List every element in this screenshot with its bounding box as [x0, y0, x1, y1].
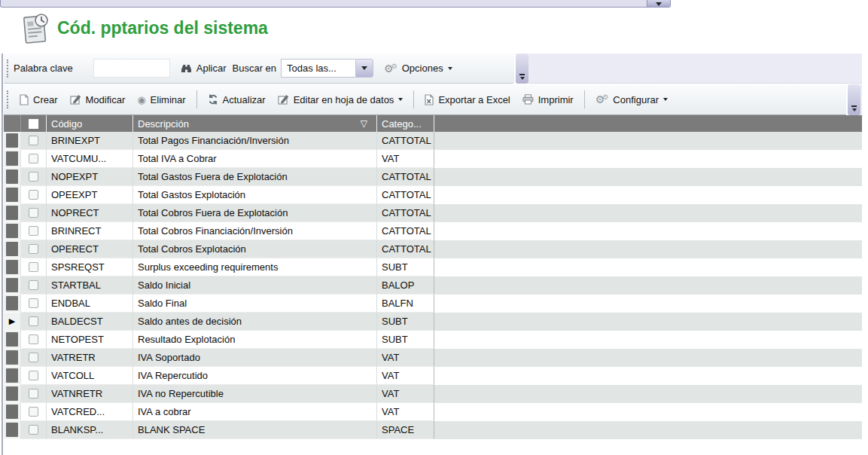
keyword-input[interactable]	[93, 59, 170, 78]
category-cell[interactable]: VAT	[377, 150, 434, 168]
description-cell[interactable]: IVA Soportado	[133, 349, 377, 367]
description-cell[interactable]: IVA Repercutido	[133, 367, 377, 385]
category-cell[interactable]: VAT	[377, 367, 434, 385]
top-combobox-dropdown-button[interactable]	[647, 0, 670, 7]
row-selector-gutter[interactable]: ▶	[4, 222, 21, 240]
row-selector-gutter[interactable]: ▶	[4, 258, 21, 276]
row-checkbox-cell[interactable]	[21, 276, 47, 295]
row-checkbox[interactable]	[29, 226, 38, 236]
row-checkbox[interactable]	[29, 154, 38, 163]
column-header-code[interactable]: Código	[47, 115, 133, 132]
category-cell[interactable]: SUBT	[377, 313, 434, 331]
actions-toolbar-overflow-button[interactable]	[848, 84, 860, 115]
row-selector-gutter[interactable]: ▶	[4, 403, 21, 421]
description-cell[interactable]: Total Cobros Fuera de Explotación	[133, 204, 377, 222]
description-cell[interactable]: Saldo Final	[133, 295, 377, 313]
configure-button[interactable]: ⚙⚙ Configurar	[595, 94, 668, 105]
category-cell[interactable]: CATTOTAL	[377, 168, 434, 186]
table-row[interactable]: ▶ VATCRED... IVA a cobrar VAT	[4, 403, 862, 421]
code-cell[interactable]: VATRETR	[47, 349, 133, 367]
description-cell[interactable]: Surplus exceeding requirements	[133, 258, 377, 276]
column-header-category[interactable]: Catego...	[377, 115, 434, 132]
row-checkbox-cell[interactable]	[21, 313, 47, 331]
code-cell[interactable]: VATCOLL	[47, 367, 133, 385]
row-selector-gutter[interactable]: ▶	[4, 132, 21, 150]
category-cell[interactable]: VAT	[377, 385, 434, 403]
row-checkbox-cell[interactable]	[21, 258, 47, 276]
table-row[interactable]: ▶ NOPEXPT Total Gastos Fuera de Explotac…	[4, 168, 862, 186]
apply-button[interactable]: Aplicar	[181, 63, 227, 74]
description-cell[interactable]: Total Cobros Explotación	[133, 240, 377, 258]
description-cell[interactable]: IVA no Repercutible	[133, 385, 377, 403]
row-checkbox[interactable]	[29, 172, 38, 182]
toolbar-grip-handle[interactable]	[7, 90, 8, 108]
row-checkbox[interactable]	[29, 425, 38, 435]
code-cell[interactable]: BLANKSP...	[47, 421, 133, 439]
row-checkbox-cell[interactable]	[21, 367, 47, 385]
row-checkbox[interactable]	[29, 244, 38, 254]
row-selector-gutter[interactable]: ▶	[4, 168, 21, 186]
table-row[interactable]: ▶ BALDECST Saldo antes de decisión SUBT	[4, 313, 862, 331]
category-cell[interactable]: CATTOTAL	[377, 240, 434, 258]
export-excel-button[interactable]: Exportar a Excel	[425, 94, 510, 105]
description-cell[interactable]: Total Gastos Fuera de Explotación	[133, 168, 377, 186]
row-checkbox[interactable]	[29, 136, 38, 145]
search-toolbar-overflow-button[interactable]	[516, 53, 528, 84]
table-row[interactable]: ▶ BLANKSP... BLANK SPACE SPACE	[4, 421, 862, 439]
category-cell[interactable]: CATTOTAL	[377, 204, 434, 222]
row-checkbox[interactable]	[29, 280, 38, 290]
code-cell[interactable]: OPEEXPT	[47, 186, 133, 204]
row-checkbox-cell[interactable]	[21, 204, 47, 222]
code-cell[interactable]: STARTBAL	[47, 276, 133, 295]
category-cell[interactable]: VAT	[377, 403, 434, 421]
row-checkbox[interactable]	[29, 371, 38, 380]
row-selector-gutter[interactable]: ▶	[4, 367, 21, 385]
table-row[interactable]: ▶ VATRETR IVA Soportado VAT	[4, 349, 862, 367]
table-row[interactable]: ▶ STARTBAL Saldo Inicial BALOP	[4, 276, 862, 295]
row-checkbox[interactable]	[29, 208, 38, 218]
row-checkbox-cell[interactable]	[21, 132, 47, 150]
code-cell[interactable]: BALDECST	[47, 313, 133, 331]
row-checkbox-cell[interactable]	[21, 421, 47, 439]
row-checkbox-cell[interactable]	[21, 150, 47, 168]
category-cell[interactable]: BALFN	[377, 295, 434, 313]
code-cell[interactable]: VATCRED...	[47, 403, 133, 421]
edit-datasheet-button[interactable]: Editar en hoja de datos	[278, 94, 404, 105]
category-cell[interactable]: BALOP	[377, 276, 434, 295]
row-checkbox[interactable]	[29, 334, 38, 344]
row-checkbox[interactable]	[29, 316, 38, 326]
row-selector-gutter[interactable]: ▶	[4, 295, 21, 313]
row-selector-gutter[interactable]: ▶	[4, 204, 21, 222]
description-cell[interactable]: Total Pagos Financiación/Inversión	[133, 132, 377, 150]
table-row[interactable]: ▶ ENDBAL Saldo Final BALFN	[4, 295, 862, 313]
table-row[interactable]: ▶ OPEEXPT Total Gastos Explotación CATTO…	[4, 186, 862, 204]
top-combobox[interactable]	[0, 0, 671, 8]
delete-button[interactable]: ◉ Eliminar	[137, 94, 185, 105]
row-selector-gutter[interactable]: ▶	[4, 421, 21, 439]
table-row[interactable]: ▶ NETOPEST Resultado Explotación SUBT	[4, 331, 862, 349]
description-cell[interactable]: Total Cobros Financiación/Inversión	[133, 222, 377, 240]
description-cell[interactable]: IVA a cobrar	[133, 403, 377, 421]
row-checkbox-cell[interactable]	[21, 295, 47, 313]
description-cell[interactable]: Saldo Inicial	[133, 276, 377, 295]
row-checkbox[interactable]	[29, 407, 38, 417]
row-selector-gutter[interactable]: ▶	[4, 349, 21, 367]
code-cell[interactable]: NOPRECT	[47, 204, 133, 222]
options-button[interactable]: ⚙⚙ Opciones	[384, 63, 452, 74]
row-checkbox[interactable]	[29, 298, 38, 308]
row-checkbox[interactable]	[29, 389, 38, 399]
code-cell[interactable]: VATNRETR	[47, 385, 133, 403]
search-in-dropdown-button[interactable]	[355, 59, 373, 78]
row-selector-gutter[interactable]: ▶	[4, 150, 21, 168]
search-in-select[interactable]: Todas las...	[281, 59, 373, 78]
code-cell[interactable]: ENDBAL	[47, 295, 133, 313]
row-selector-gutter[interactable]: ▶	[4, 385, 21, 403]
column-header-description[interactable]: Descripción ▽	[133, 115, 377, 132]
category-cell[interactable]: VAT	[377, 349, 434, 367]
description-cell[interactable]: BLANK SPACE	[133, 421, 377, 439]
row-checkbox[interactable]	[29, 262, 38, 272]
row-selector-gutter[interactable]: ▶	[4, 186, 21, 204]
category-cell[interactable]: SUBT	[377, 331, 434, 349]
row-checkbox[interactable]	[29, 353, 38, 362]
description-cell[interactable]: Total Gastos Explotación	[133, 186, 377, 204]
